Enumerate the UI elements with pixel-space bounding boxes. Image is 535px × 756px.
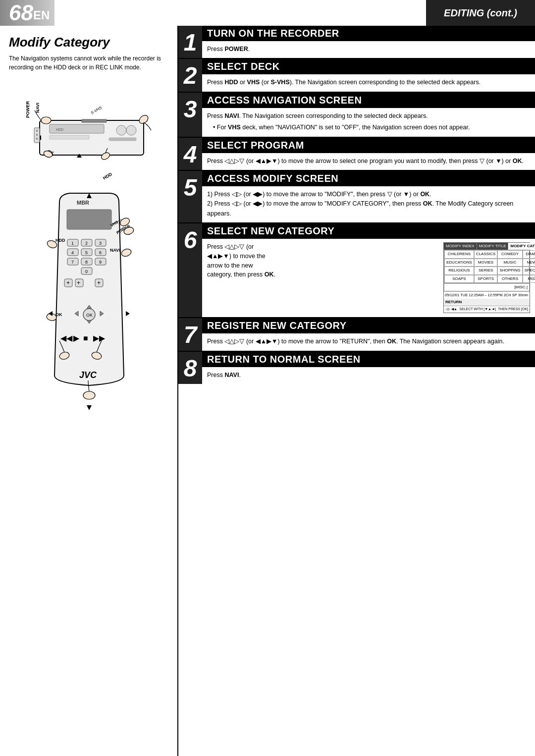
step-8-number: 8 <box>178 352 202 384</box>
svg-text:6: 6 <box>99 250 102 255</box>
svg-text:OK: OK <box>86 313 93 318</box>
right-column: 1 TURN ON THE RECORDER Press POWER. 2 SE… <box>178 26 535 756</box>
step-6-screen: MODIFY INDEX MODIFY TITLE MODIFY CATEGOR… <box>443 242 530 313</box>
svg-text:HDD: HDD <box>102 171 113 181</box>
step-8: 8 RETURN TO NORMAL SCREEN Press NAVI. <box>178 352 535 384</box>
step-6-heading: SELECT NEW CATEGORY <box>202 223 535 239</box>
step-1-content: TURN ON THE RECORDER Press POWER. <box>202 26 535 58</box>
svg-text:S-VHS: S-VHS <box>90 105 103 115</box>
svg-point-72 <box>83 391 95 399</box>
screen-cell: NEWS <box>523 259 535 267</box>
screen-cell: CLASSICS <box>474 250 498 258</box>
screen-footer: 05/12/01 TUE 12:25AM – 12:55PM 2CH SP 30… <box>444 291 530 299</box>
svg-text:1: 1 <box>71 241 74 246</box>
svg-rect-22 <box>36 138 38 140</box>
screen-grid: CHILDRENS CLASSICS COMEDY DRAMA EDUCATIO… <box>444 250 530 283</box>
step-1-body: Press POWER. <box>202 41 535 58</box>
step-3-content: ACCESS NAVIGATION SCREEN Press NAVI. The… <box>202 93 535 137</box>
svg-text:+: + <box>77 279 80 286</box>
svg-text:4: 4 <box>71 250 74 255</box>
section-subtitle: The Navigation systems cannot work while… <box>9 54 169 72</box>
svg-point-4 <box>116 125 126 135</box>
svg-rect-23 <box>67 210 111 229</box>
vcr-illustration: HDD S-VHS POWER NAVI <box>12 81 166 187</box>
step-3-body: Press NAVI. The Navigation screen corres… <box>202 108 535 137</box>
svg-text:■: ■ <box>83 334 88 342</box>
svg-point-68 <box>120 248 132 258</box>
svg-text:◀◀: ◀◀ <box>60 334 73 342</box>
step-4-number: 4 <box>178 138 202 170</box>
screen-icon-arrows: ◁▷ ◀▲ <box>445 307 457 312</box>
step-5-number: 5 <box>178 171 202 222</box>
page-header: 68EN EDITING (cont.) <box>0 0 535 26</box>
svg-marker-74 <box>126 311 130 316</box>
step-6: 6 SELECT NEW CATEGORY Press ◁△▷▽ (or◀▲▶▼… <box>178 223 535 318</box>
svg-rect-3 <box>50 135 89 139</box>
main-layout: Modify Category The Navigation systems c… <box>0 26 535 756</box>
svg-text:HDD: HDD <box>55 238 65 243</box>
screen-cell: RELIGIOUS <box>444 267 474 274</box>
left-column: Modify Category The Navigation systems c… <box>0 26 178 756</box>
svg-text:MBR: MBR <box>77 200 89 206</box>
svg-text:8: 8 <box>85 260 88 265</box>
screen-cell: SPECIAL <box>523 267 535 274</box>
step-8-body: Press NAVI. <box>202 367 535 384</box>
screen-misc: [MISC.] <box>444 283 530 291</box>
step-1: 1 TURN ON THE RECORDER Press POWER. <box>178 26 535 59</box>
svg-rect-20 <box>36 130 38 132</box>
screen-cell: SERIES <box>474 267 498 274</box>
svg-text:HDD: HDD <box>56 128 63 131</box>
step-7-content: REGISTER NEW CATEGORY Press ◁△▷▽ (or ◀▲▶… <box>202 318 535 350</box>
section-label: EDITING (cont.) <box>426 0 535 26</box>
svg-point-11 <box>41 117 51 124</box>
screen-cell: OTHERS <box>497 275 522 283</box>
svg-rect-6 <box>109 138 136 141</box>
step-7: 7 REGISTER NEW CATEGORY Press ◁△▷▽ (or ◀… <box>178 318 535 351</box>
svg-text:5: 5 <box>85 250 88 255</box>
step-2-heading: SELECT DECK <box>202 59 535 74</box>
screen-cell: MUSIC <box>497 259 522 267</box>
svg-text:NAVI: NAVI <box>35 103 40 113</box>
screen-cell: SPORTS <box>474 275 498 283</box>
screen-cell: SHOPPING <box>497 267 522 274</box>
screen-cell: SOAPS <box>444 275 474 283</box>
svg-text:NAVI: NAVI <box>110 248 120 253</box>
step-1-number: 1 <box>178 26 202 58</box>
screen-tab-modify-title: MODIFY TITLE <box>477 243 509 250</box>
step-3-heading: ACCESS NAVIGATION SCREEN <box>202 93 535 108</box>
step-5-content: ACCESS MODIFY SCREEN 1) Press ◁▷ (or ◀▶)… <box>202 171 535 222</box>
section-title: Modify Category <box>9 35 169 50</box>
step-5: 5 ACCESS MODIFY SCREEN 1) Press ◁▷ (or ◀… <box>178 171 535 223</box>
step-4-content: SELECT PROGRAM Press ◁△▷▽ (or ◀▲▶▼) to m… <box>202 138 535 170</box>
svg-text:▶: ▶ <box>73 334 80 342</box>
step-6-body: Press ◁△▷▽ (or◀▲▶▼) to move thearrow to … <box>202 239 535 317</box>
screen-cell: DRAMA <box>523 250 535 258</box>
step-3: 3 ACCESS NAVIGATION SCREEN Press NAVI. T… <box>178 93 535 138</box>
screen-tabs: MODIFY INDEX MODIFY TITLE MODIFY CATEGOR… <box>444 243 530 250</box>
svg-text:+: + <box>97 279 101 286</box>
step-8-heading: RETURN TO NORMAL SCREEN <box>202 352 535 367</box>
step-3-bullet: • For VHS deck, when "NAVIGATION" is set… <box>213 123 530 132</box>
svg-marker-76 <box>87 405 92 410</box>
svg-text:2: 2 <box>85 241 88 246</box>
svg-text:9: 9 <box>99 260 102 265</box>
screen-cell: EDUCATIONS <box>444 259 474 267</box>
step-7-body: Press ◁△▷▽ (or ◀▲▶▼) to move the arrow t… <box>202 333 535 350</box>
step-2-number: 2 <box>178 59 202 91</box>
screen-return: RETURN <box>444 299 530 306</box>
header-spacer <box>54 0 426 26</box>
step-6-number: 6 <box>178 223 202 317</box>
svg-text:0: 0 <box>85 269 88 274</box>
page-suffix-text: EN <box>33 8 50 22</box>
screen-select-label: SELECT WITH [▼▲◄] <box>459 307 496 312</box>
screen-icons: ◁▷ ◀▲ SELECT WITH [▼▲◄] THEN PRESS [OK] <box>444 306 530 313</box>
screen-cell: MISC <box>523 275 535 283</box>
step-5-body: 1) Press ◁▷ (or ◀▶) to move the arrow to… <box>202 186 535 222</box>
step-6-inner: Press ◁△▷▽ (or◀▲▶▼) to move thearrow to … <box>207 242 530 313</box>
svg-text:OK: OK <box>55 312 62 317</box>
page-num-text: 68 <box>9 0 33 25</box>
step-2-content: SELECT DECK Press HDD or VHS (or S-VHS).… <box>202 59 535 91</box>
svg-text:3: 3 <box>99 241 102 246</box>
svg-rect-21 <box>36 134 38 136</box>
screen-tab-modify-category: MODIFY CATEGORY <box>508 243 535 250</box>
